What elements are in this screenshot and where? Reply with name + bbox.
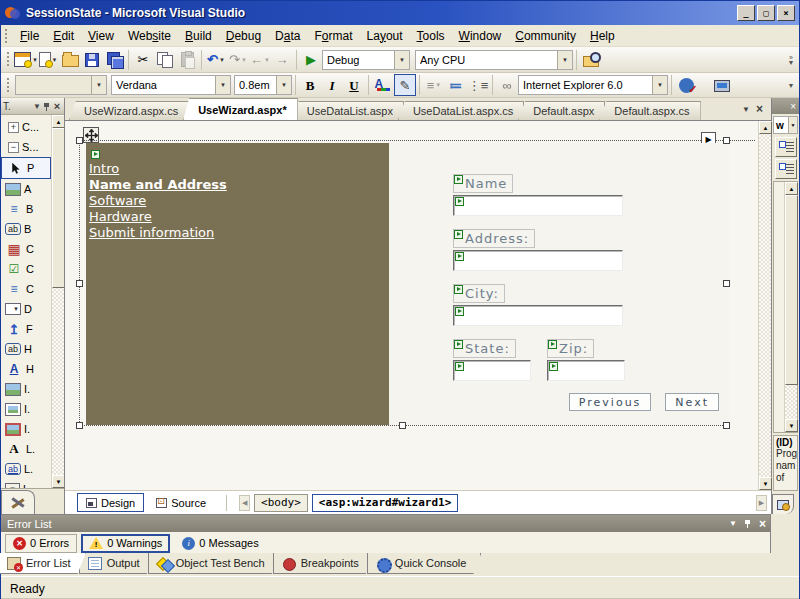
previous-button[interactable]: Previous <box>569 393 652 411</box>
new-website-button[interactable]: ▼ <box>15 49 37 71</box>
pin-icon[interactable] <box>43 102 51 111</box>
design-canvas[interactable]: ▶ IntroName and AddressSoftwareHardwareS… <box>65 121 758 490</box>
undo-button[interactable]: ↶▼ <box>205 49 227 71</box>
wizard-control[interactable]: IntroName and AddressSoftwareHardwareSub… <box>86 143 729 425</box>
foreground-color-button[interactable]: A <box>372 74 394 96</box>
menu-item[interactable]: Debug <box>219 26 268 46</box>
toolbox-item[interactable]: + C... <box>1 117 51 137</box>
document-tab[interactable]: Default.aspx <box>518 101 605 120</box>
menu-item[interactable]: Website <box>121 26 178 46</box>
italic-button[interactable]: I <box>321 74 343 96</box>
tag-navigator-item[interactable]: <body> <box>254 494 308 512</box>
tag-scroll-right-button[interactable]: ▶ <box>756 495 767 511</box>
menu-item[interactable]: Build <box>178 26 219 46</box>
textbox-control[interactable] <box>547 360 625 381</box>
toolbox-item[interactable]: I. <box>1 419 51 439</box>
toolbox-item[interactable]: ≡ C <box>1 279 51 299</box>
menu-item[interactable]: Format <box>307 26 359 46</box>
toolbar-grip[interactable] <box>6 51 11 69</box>
wizard-step-link[interactable]: Intro <box>89 161 389 177</box>
start-debug-button[interactable]: ▶ <box>300 49 322 71</box>
document-tab[interactable]: Default.aspx.cs <box>599 101 700 120</box>
document-tab[interactable]: UseWizard.aspx* <box>183 98 298 120</box>
toolbar-overflow-button[interactable]: »▼ <box>785 55 797 65</box>
toolbox-item[interactable]: I. <box>1 399 51 419</box>
save-button[interactable] <box>81 49 103 71</box>
toolbox-item[interactable]: A <box>1 179 51 199</box>
alphabetical-view-button[interactable] <box>775 159 797 179</box>
toolbox-item[interactable]: ≡ L. <box>1 479 51 488</box>
next-button[interactable]: Next <box>665 393 719 411</box>
resize-handle[interactable] <box>723 280 730 287</box>
messages-filter-button[interactable]: i 0 Messages <box>174 534 266 553</box>
navigate-back-button[interactable]: ←▼ <box>249 49 271 71</box>
pin-icon[interactable] <box>744 519 752 528</box>
menu-item[interactable]: Tools <box>410 26 452 46</box>
categorized-view-button[interactable] <box>775 137 797 157</box>
chevron-down-icon[interactable]: ▼ <box>729 519 737 528</box>
toolbox-item[interactable]: ≡ B <box>1 199 51 219</box>
properties-tab[interactable] <box>772 494 794 514</box>
close-icon[interactable]: × <box>790 101 796 112</box>
design-view-tab[interactable]: Design <box>77 493 144 512</box>
toolbox-item[interactable]: ▦ C <box>1 239 51 259</box>
menu-item[interactable]: View <box>81 26 121 46</box>
properties-scrollbar[interactable]: ▲ ▼ <box>784 182 797 432</box>
bold-button[interactable]: B <box>299 74 321 96</box>
add-new-item-button[interactable]: ▼ <box>37 49 59 71</box>
scroll-up-icon[interactable]: ▲ <box>52 115 64 128</box>
toolbar-overflow-button[interactable]: ▼ <box>785 83 797 88</box>
toolbox-item[interactable]: ab B <box>1 219 51 239</box>
cut-button[interactable]: ✂ <box>132 49 154 71</box>
tag-scroll-left-button[interactable]: ◀ <box>239 495 250 511</box>
chevron-down-icon[interactable]: ▼ <box>742 105 750 114</box>
toolbar-grip[interactable] <box>6 77 11 94</box>
toolbox-item[interactable]: ☑ C <box>1 259 51 279</box>
chevron-down-icon[interactable]: ▼ <box>32 102 42 111</box>
numbered-list-button[interactable]: ⋮≡ <box>467 74 489 96</box>
toolbox-item[interactable]: I. <box>1 379 51 399</box>
navigate-forward-button[interactable]: → <box>271 49 293 71</box>
editor-scrollbar[interactable]: ▲ ▼ <box>758 121 771 490</box>
alignment-button[interactable]: ≡▼ <box>423 74 445 96</box>
resize-handle[interactable] <box>399 422 406 429</box>
tag-navigator-item[interactable]: <asp:wizard#wizard1> <box>312 494 458 512</box>
copy-button[interactable] <box>154 49 176 71</box>
close-document-icon[interactable]: × <box>756 102 763 116</box>
scrollbar-thumb[interactable] <box>52 128 64 288</box>
toolbox-item[interactable]: ab H <box>1 339 51 359</box>
hyperlink-button[interactable]: ∞ <box>496 74 518 96</box>
textbox-control[interactable] <box>453 305 623 326</box>
target-style-combo[interactable]: ▼ <box>15 75 107 95</box>
close-icon[interactable]: × <box>52 100 62 112</box>
scroll-down-icon[interactable]: ▼ <box>52 475 64 488</box>
resize-handle[interactable] <box>76 137 83 144</box>
errors-filter-button[interactable]: ✕ 0 Errors <box>5 534 77 553</box>
maximize-button[interactable]: ▢ <box>757 5 775 21</box>
close-icon[interactable]: × <box>759 517 766 531</box>
textbox-control[interactable] <box>453 360 531 381</box>
properties-object-combo[interactable]: w ▼ <box>773 116 798 134</box>
toolbox-item[interactable]: A H <box>1 359 51 379</box>
toolbox-scrollbar[interactable]: ▲ ▼ <box>51 115 64 488</box>
menu-item[interactable]: Edit <box>46 26 81 46</box>
scroll-up-icon[interactable]: ▲ <box>759 121 772 134</box>
toolbox-item[interactable]: A L. <box>1 439 51 459</box>
bulleted-list-button[interactable]: ≔ <box>445 74 467 96</box>
document-tab[interactable]: UseWizard.aspx.cs <box>69 101 189 120</box>
scroll-down-icon[interactable]: ▼ <box>785 419 798 432</box>
toolbox-item[interactable]: ▼ D <box>1 299 51 319</box>
source-view-tab[interactable]: Source <box>148 493 214 512</box>
textbox-control[interactable] <box>453 250 623 271</box>
check-accessibility-button[interactable] <box>675 74 697 96</box>
underline-button[interactable]: U <box>343 74 365 96</box>
warnings-filter-button[interactable]: ! 0 Warnings <box>81 534 170 553</box>
scrollbar-thumb[interactable] <box>785 195 798 385</box>
menu-item[interactable]: Help <box>583 26 622 46</box>
textbox-control[interactable] <box>453 195 623 216</box>
menu-grip[interactable] <box>4 28 9 43</box>
toolbox-item[interactable]: P <box>1 157 51 179</box>
wizard-step-link[interactable]: Submit information <box>89 225 389 241</box>
toolbox-item[interactable]: ↥ F <box>1 319 51 339</box>
toolbox-tab[interactable] <box>1 490 35 514</box>
